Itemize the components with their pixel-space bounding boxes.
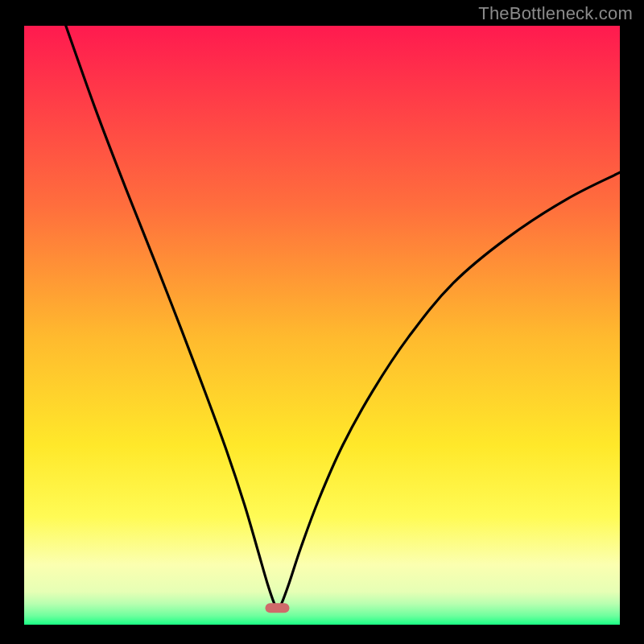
chart-frame: { "watermark": "TheBottleneck.com", "cha… (0, 0, 644, 644)
bottleneck-chart (0, 0, 644, 644)
watermark-text: TheBottleneck.com (478, 3, 633, 24)
minimum-marker (266, 603, 290, 613)
plot-background (24, 26, 620, 625)
